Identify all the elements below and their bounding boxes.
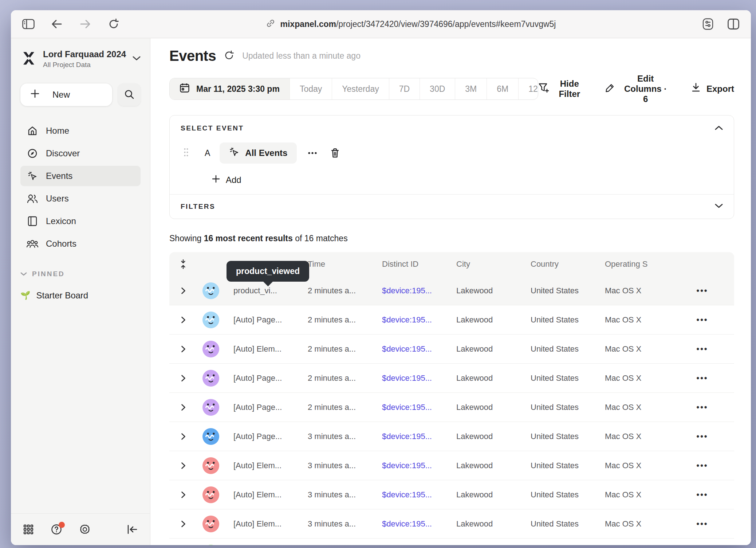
updated-status: Updated less than a minute ago bbox=[242, 51, 361, 61]
split-view-icon[interactable] bbox=[725, 16, 741, 32]
preset-today[interactable]: Today bbox=[290, 78, 332, 99]
chevron-up-icon[interactable] bbox=[715, 125, 723, 132]
forward-icon[interactable] bbox=[77, 16, 93, 32]
distinct-id-link[interactable]: $device:195... bbox=[373, 519, 448, 529]
sidebar-toggle-icon[interactable] bbox=[20, 16, 36, 32]
address-bar[interactable]: mixpanel.com/project/3472420/view/397469… bbox=[122, 19, 700, 30]
table-row[interactable]: [Auto] Elem... 4 minutes a... $device:19… bbox=[169, 539, 734, 545]
filters-section[interactable]: FILTERS bbox=[170, 195, 734, 219]
preset-30d[interactable]: 30D bbox=[420, 78, 455, 99]
row-more-icon[interactable]: ••• bbox=[670, 315, 734, 325]
add-event-button[interactable]: Add bbox=[210, 175, 244, 185]
sidebar-item-users[interactable]: Users bbox=[20, 188, 141, 209]
expand-row-icon[interactable] bbox=[169, 316, 197, 324]
pinned-item-starter-board[interactable]: 🌱 Starter Board bbox=[20, 290, 141, 301]
expand-row-icon[interactable] bbox=[169, 345, 197, 353]
distinct-id-link[interactable]: $device:195... bbox=[373, 315, 448, 325]
sidebar-footer bbox=[11, 513, 150, 545]
table-row[interactable]: [Auto] Page... 2 minutes a... $device:19… bbox=[169, 305, 734, 334]
plus-icon bbox=[31, 89, 39, 100]
distinct-id-link[interactable]: $device:195... bbox=[373, 461, 448, 470]
download-icon bbox=[691, 83, 701, 95]
distinct-id-link[interactable]: $device:195... bbox=[373, 344, 448, 354]
more-options-icon[interactable] bbox=[306, 152, 319, 154]
preset-6m[interactable]: 6M bbox=[487, 78, 518, 99]
event-selector-chip[interactable]: All Events bbox=[220, 142, 297, 164]
sidebar: Lord Farquaad 2024 All Project Data New bbox=[11, 38, 150, 545]
collapse-rows-icon[interactable] bbox=[169, 259, 197, 269]
expand-row-icon[interactable] bbox=[169, 433, 197, 440]
new-button[interactable]: New bbox=[20, 83, 112, 106]
table-row[interactable]: [Auto] Elem... 3 minutes a... $device:19… bbox=[169, 451, 734, 480]
table-row[interactable]: [Auto] Elem... 3 minutes a... $device:19… bbox=[169, 509, 734, 539]
table-row[interactable]: [Auto] Page... 2 minutes a... $device:19… bbox=[169, 364, 734, 393]
city-cell: Lakewood bbox=[448, 519, 522, 529]
pinned-section-toggle[interactable]: PINNED bbox=[20, 270, 141, 278]
time-cell: 2 minutes a... bbox=[299, 286, 373, 295]
export-button[interactable]: Export bbox=[691, 83, 734, 95]
sidebar-item-cohorts[interactable]: Cohorts bbox=[20, 234, 141, 254]
time-cell: 3 minutes a... bbox=[299, 432, 373, 441]
sidebar-item-discover[interactable]: Discover bbox=[20, 143, 141, 164]
preset-3m[interactable]: 3M bbox=[455, 78, 487, 99]
column-header-distinct-id[interactable]: Distinct ID bbox=[373, 259, 448, 269]
row-more-icon[interactable]: ••• bbox=[670, 519, 734, 529]
column-header-os[interactable]: Operating S bbox=[596, 259, 670, 269]
distinct-id-link[interactable]: $device:195... bbox=[373, 403, 448, 412]
sidebar-item-lexicon[interactable]: Lexicon bbox=[20, 211, 141, 231]
row-more-icon[interactable]: ••• bbox=[670, 403, 734, 412]
page-settings-icon[interactable] bbox=[700, 16, 716, 32]
expand-row-icon[interactable] bbox=[169, 375, 197, 382]
table-row[interactable]: [Auto] Elem... 2 minutes a... $device:19… bbox=[169, 334, 734, 364]
table-row[interactable]: [Auto] Page... 2 minutes a... $device:19… bbox=[169, 393, 734, 422]
row-more-icon[interactable]: ••• bbox=[670, 344, 734, 354]
hide-filter-button[interactable]: Hide Filter bbox=[538, 79, 584, 99]
distinct-id-link[interactable]: $device:195... bbox=[373, 490, 448, 500]
distinct-id-link[interactable]: $device:195... bbox=[373, 373, 448, 383]
funnel-plus-icon bbox=[538, 82, 549, 95]
expand-row-icon[interactable] bbox=[169, 462, 197, 469]
settings-icon[interactable] bbox=[79, 524, 90, 535]
row-more-icon[interactable]: ••• bbox=[670, 432, 734, 441]
table-body: product_vi... 2 minutes a... $device:195… bbox=[169, 276, 734, 545]
table-row[interactable]: [Auto] Elem... 3 minutes a... $device:19… bbox=[169, 480, 734, 509]
preset-yesterday[interactable]: Yesterday bbox=[332, 78, 389, 99]
refresh-icon[interactable] bbox=[224, 50, 234, 62]
search-button[interactable] bbox=[118, 83, 141, 106]
row-more-icon[interactable]: ••• bbox=[670, 461, 734, 470]
date-picker-button[interactable]: Mar 11, 2025 3:30 pm bbox=[170, 78, 290, 99]
trash-icon[interactable] bbox=[328, 148, 342, 158]
distinct-id-link[interactable]: $device:195... bbox=[373, 286, 448, 295]
collapse-sidebar-icon[interactable] bbox=[127, 525, 138, 534]
project-switcher[interactable]: Lord Farquaad 2024 All Project Data bbox=[20, 49, 141, 69]
preset-7d[interactable]: 7D bbox=[389, 78, 420, 99]
column-header-time[interactable]: Time bbox=[299, 259, 373, 269]
column-header-city[interactable]: City bbox=[448, 259, 522, 269]
apps-grid-icon[interactable] bbox=[23, 524, 34, 535]
event-name-cell: [Auto] Elem... bbox=[225, 461, 299, 470]
row-more-icon[interactable]: ••• bbox=[670, 286, 734, 295]
time-cell: 3 minutes a... bbox=[299, 519, 373, 529]
drag-handle-icon[interactable] bbox=[184, 148, 189, 158]
os-cell: Mac OS X bbox=[596, 403, 670, 412]
edit-columns-button[interactable]: Edit Columns · 6 bbox=[605, 74, 670, 104]
preset-12m[interactable]: 12M bbox=[518, 78, 538, 99]
distinct-id-link[interactable]: $device:195... bbox=[373, 432, 448, 441]
sidebar-item-home[interactable]: Home bbox=[20, 121, 141, 141]
expand-row-icon[interactable] bbox=[169, 520, 197, 528]
os-cell: Mac OS X bbox=[596, 286, 670, 295]
row-more-icon[interactable]: ••• bbox=[670, 373, 734, 383]
reload-icon[interactable] bbox=[106, 16, 122, 32]
expand-row-icon[interactable] bbox=[169, 287, 197, 294]
table-row[interactable]: [Auto] Page... 3 minutes a... $device:19… bbox=[169, 422, 734, 451]
sidebar-item-events[interactable]: Events bbox=[20, 166, 141, 186]
back-icon[interactable] bbox=[49, 16, 65, 32]
column-header-country[interactable]: Country bbox=[522, 259, 596, 269]
expand-row-icon[interactable] bbox=[169, 404, 197, 411]
expand-row-icon[interactable] bbox=[169, 491, 197, 498]
event-name-cell: product_vi... bbox=[225, 286, 299, 295]
event-avatar bbox=[202, 545, 219, 545]
row-more-icon[interactable]: ••• bbox=[670, 490, 734, 500]
help-icon[interactable] bbox=[51, 524, 62, 535]
os-cell: Mac OS X bbox=[596, 373, 670, 383]
